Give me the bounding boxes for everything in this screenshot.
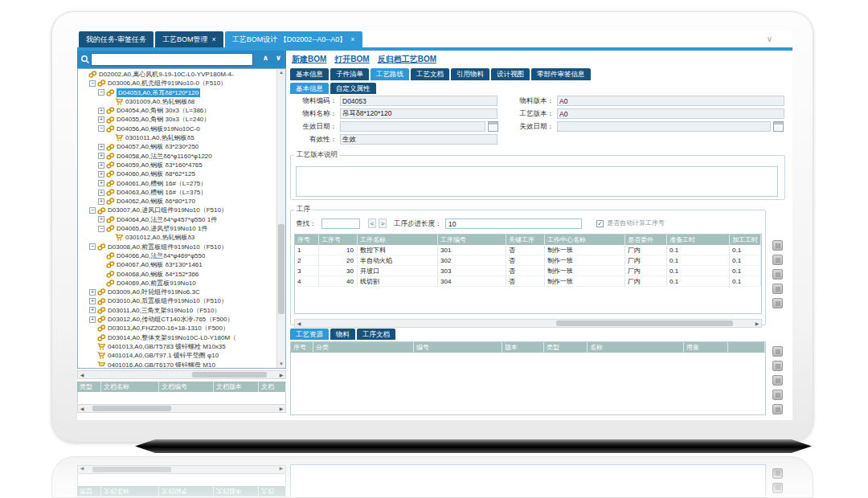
tree-item[interactable]: D04067,A0,钢板 δ3*130*1461 [79,260,276,269]
scroll-thumb[interactable] [192,372,267,378]
bom-link-2[interactable]: 反归档工艺BOM [378,54,436,65]
table-tool-button[interactable] [772,468,783,479]
tree-item[interactable]: 0401016,A0,GB/T6170 镀锌螺母 M10 [79,361,276,368]
resource-tab-1[interactable]: 物料 [330,329,355,340]
table-tool-button[interactable] [772,298,783,308]
main-tab-0[interactable]: 基本信息 [290,68,329,80]
tree-item[interactable]: D04066,A0,法兰δ4*φ469*φ550 [79,251,276,260]
scroll-thumb[interactable] [92,406,171,411]
window-tab-0[interactable]: 我的任务-审签任务 [79,31,154,47]
expand-icon[interactable]: + [98,190,104,196]
scroll-thumb[interactable] [278,224,285,314]
bom-link-1[interactable]: 打开BOM [334,54,369,65]
close-icon[interactable]: × [212,31,216,47]
expand-icon[interactable]: + [98,108,104,114]
tree-item[interactable]: 0301012,A0,热轧钢板δ3 [79,233,276,242]
collapse-panel-icon[interactable]: ∨ [767,34,772,45]
sub-tab-1[interactable]: 自定义属性 [330,83,376,94]
main-tab-6[interactable]: 零部件审签信息 [531,68,591,80]
scroll-left-icon[interactable]: ◀ [295,320,303,328]
expand-icon[interactable]: + [98,171,104,178]
collapse-icon[interactable]: − [89,80,96,87]
material-code-field[interactable] [340,96,497,106]
expand-icon[interactable]: + [98,116,104,123]
scroll-left-icon[interactable]: ◀ [78,371,86,379]
table-tool-button[interactable] [772,361,783,371]
material-name-field[interactable] [340,108,497,119]
scroll-right-icon[interactable]: ▶ [277,371,285,379]
tree-item[interactable]: D04068,A0,钢板 δ4*152*366 [79,270,276,279]
close-icon[interactable]: × [350,31,354,47]
expiry-date-field[interactable] [557,121,771,132]
tree-item[interactable]: +D03010,A0,后置板组件919No10（F510） [79,296,276,305]
next-step-icon[interactable]: > [379,218,387,228]
table-tool-button[interactable] [772,375,783,386]
collapse-icon[interactable]: − [98,125,104,132]
prev-step-icon[interactable]: < [368,218,376,228]
main-tab-1[interactable]: 子件清单 [330,68,369,80]
collapse-icon[interactable]: − [98,89,104,96]
search-prev-icon[interactable]: ∧ [263,54,268,62]
tree-item[interactable]: +D04054,A0,角钢 30x3（L=386） [79,106,276,115]
tree-item[interactable]: 0301011,A0,热轧钢板δ5 [79,133,276,142]
collapse-icon[interactable]: − [98,226,104,232]
process-version-field[interactable] [557,108,784,119]
main-tab-2[interactable]: 工艺路线 [371,68,409,80]
table-row[interactable]: 330开坡口303否制作一班厂内0.10.1 [295,266,761,276]
tree-search-input[interactable] [91,53,253,66]
step-length-input[interactable] [445,218,582,229]
tree-item[interactable]: +D04059,A0,钢板 δ3*160*4765 [79,161,276,169]
table-tool-button[interactable] [772,284,783,294]
scroll-right-icon[interactable]: ▶ [753,320,761,328]
table-row[interactable]: 110数控下料301否制作一班厂内0.10.1 [295,245,761,255]
tree-vertical-scrollbar[interactable]: ▲ ▼ [276,69,285,368]
tree-item[interactable]: +D04060,A0,钢板 δ8*62*125 [79,169,276,178]
validity-field[interactable] [340,134,497,145]
tree-item[interactable]: +D03011,A0,三角支架919No10（F510） [79,306,276,315]
doc-horizontal-scrollbar[interactable]: ◀ ▶ [77,404,286,413]
table-tool-button[interactable] [772,269,783,280]
tree-item[interactable]: +D03012,A0,传动组CT140水冷-765（F500） [79,315,276,324]
expand-icon[interactable]: + [98,162,104,169]
tree-item[interactable]: D03013,A0,FHZ200-16×18-1310（F500） [79,324,276,333]
expand-icon[interactable]: + [89,316,96,323]
main-tab-5[interactable]: 设计视图 [491,68,530,80]
scroll-right-icon[interactable]: ▶ [277,405,285,413]
resource-tab-0[interactable]: 工艺资源 [290,329,329,340]
expand-icon[interactable]: + [98,144,104,150]
auto-calc-checkbox[interactable]: ✓ [596,220,604,227]
expand-icon[interactable]: + [89,289,96,296]
table-tool-button[interactable] [772,240,783,251]
collapse-icon[interactable]: − [89,243,96,250]
tree-item[interactable]: D02002,A0,离心风机9-19-10C-L0-YVP180M-4- [79,70,276,79]
tree-item[interactable]: −D03008,A0,前置板组件919No10（F510） [79,243,276,251]
expand-icon[interactable]: + [98,180,104,186]
tree-item[interactable]: +D04062,A0,钢板 δ6*80*170 [79,197,276,206]
bom-link-0[interactable]: 新建BOM [292,54,326,65]
find-input[interactable] [321,218,360,229]
tree-item[interactable]: −D04065,A0,进风壁919No10 1件 [79,224,276,233]
tree-item[interactable]: D03014,A0,整体支架919No10C-L0-Y180M（ [79,333,276,342]
collapse-icon[interactable]: − [89,207,96,214]
calendar-icon[interactable] [773,121,784,132]
tree-item[interactable]: D04069,A0,前置板919No10 [79,279,276,288]
tree-item[interactable]: −D04056,A0,钢板919No10C-0 [79,124,276,133]
version-note-textarea[interactable] [296,166,778,197]
main-tab-4[interactable]: 引用物料 [451,68,489,80]
search-next-icon[interactable]: ∨ [276,54,281,62]
window-tab-1[interactable]: 工艺BOM管理× [155,31,223,47]
tree-item[interactable]: +D04061,A0,槽钢 16#（L=275） [79,179,276,188]
expand-icon[interactable]: + [89,307,96,313]
expand-icon[interactable]: + [89,298,96,304]
scroll-left-icon[interactable]: ◀ [78,405,86,413]
tree-item[interactable]: +D04064,A0,法兰δ4*φ457*φ550 1件 [79,215,276,224]
tree-item[interactable]: −D03006,A0,机壳组件919No10-0（F510） [79,79,276,88]
table-row[interactable]: 440线切割304否制作一班厂内0.10.1 [295,276,761,287]
tree-item[interactable]: −D03007,A0,进风口组件919No10（F510） [79,206,276,214]
tree-item[interactable]: +D03009,A0,叶轮组件919No6.3C [79,288,276,296]
tree-horizontal-scrollbar[interactable]: ◀ ▶ [77,370,286,379]
effective-date-field[interactable] [340,121,485,132]
tree-item[interactable]: 0401013,A0,GB/T5783 镀锌螺栓 M10x35 [79,342,276,351]
scroll-up-icon[interactable]: ▲ [277,69,285,76]
expand-icon[interactable]: + [98,198,104,205]
